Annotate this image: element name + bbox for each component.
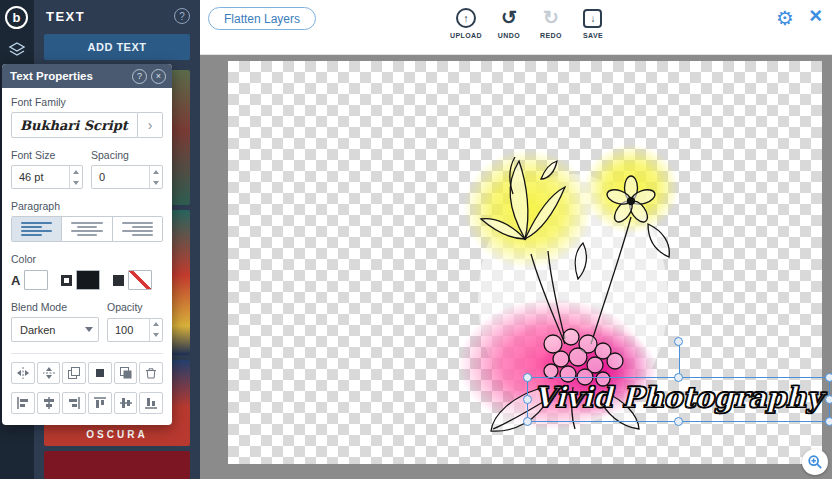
align-objects-bottom-button[interactable] bbox=[139, 392, 163, 414]
font-family-browse-button[interactable]: › bbox=[138, 112, 163, 138]
align-objects-left-icon bbox=[16, 396, 30, 410]
send-backward-icon bbox=[93, 366, 107, 380]
panel-help-icon[interactable]: ? bbox=[132, 69, 147, 84]
blend-mode-value: Darken bbox=[12, 324, 80, 336]
undo-button[interactable]: ↺ UNDO bbox=[494, 7, 524, 39]
color-label: Color bbox=[11, 253, 163, 265]
background-color-swatch[interactable] bbox=[128, 270, 152, 290]
chevron-right-icon: › bbox=[148, 117, 153, 133]
align-objects-center-h-icon bbox=[42, 396, 56, 410]
opacity-label: Opacity bbox=[107, 301, 163, 313]
app-window: Vivid Photography Flatten Layers ↑ UPLOA… bbox=[0, 0, 832, 479]
layers-tool-button[interactable] bbox=[7, 40, 27, 60]
step-up-icon[interactable] bbox=[70, 166, 82, 177]
background-color-icon bbox=[113, 275, 124, 286]
trash-icon bbox=[144, 366, 158, 380]
add-text-button[interactable]: ADD TEXT bbox=[44, 34, 190, 60]
spacing-label: Spacing bbox=[91, 149, 163, 161]
outline-color-icon bbox=[61, 275, 72, 286]
step-down-icon[interactable] bbox=[150, 177, 162, 188]
step-up-icon[interactable] bbox=[150, 166, 162, 177]
align-center-icon bbox=[71, 222, 102, 224]
text-color-control[interactable]: A bbox=[11, 270, 48, 290]
opacity-stepper[interactable] bbox=[149, 319, 162, 341]
duplicate-icon bbox=[119, 366, 133, 380]
save-icon: ↓ bbox=[583, 9, 602, 28]
save-button[interactable]: ↓ SAVE bbox=[578, 7, 608, 39]
settings-gear-icon[interactable]: ⚙ bbox=[776, 6, 794, 30]
paragraph-alignment-group bbox=[11, 216, 163, 242]
undo-icon: ↺ bbox=[501, 8, 517, 28]
step-down-icon[interactable] bbox=[150, 330, 162, 341]
align-objects-right-icon bbox=[67, 396, 81, 410]
selection-handle[interactable] bbox=[825, 417, 832, 426]
upload-button[interactable]: ↑ UPLOAD bbox=[450, 7, 482, 39]
align-objects-middle-button[interactable] bbox=[114, 392, 138, 414]
flip-horizontal-button[interactable] bbox=[11, 362, 35, 384]
font-size-stepper[interactable] bbox=[69, 166, 82, 188]
selection-handle[interactable] bbox=[825, 373, 832, 382]
align-objects-center-h-button[interactable] bbox=[37, 392, 61, 414]
bring-forward-icon bbox=[67, 366, 81, 380]
canvas[interactable]: Vivid Photography bbox=[228, 61, 822, 464]
align-objects-left-button[interactable] bbox=[11, 392, 35, 414]
upload-icon: ↑ bbox=[456, 8, 476, 28]
spacing-input[interactable]: 0 bbox=[91, 165, 163, 189]
align-objects-bottom-icon bbox=[144, 396, 158, 410]
undo-label: UNDO bbox=[498, 32, 520, 39]
chevron-down-icon bbox=[80, 323, 98, 336]
close-editor-icon[interactable]: × bbox=[809, 3, 822, 29]
duplicate-button[interactable] bbox=[114, 362, 138, 384]
text-template-thumbnail[interactable] bbox=[44, 451, 190, 479]
outline-color-swatch[interactable] bbox=[76, 270, 100, 290]
background-color-control[interactable] bbox=[113, 270, 152, 290]
outline-color-control[interactable] bbox=[61, 270, 100, 290]
sidebar-help-icon[interactable]: ? bbox=[174, 8, 190, 24]
font-size-label: Font Size bbox=[11, 149, 83, 161]
panel-header[interactable]: Text Properties ? × bbox=[2, 64, 172, 88]
align-objects-top-icon bbox=[93, 396, 107, 410]
redo-button[interactable]: ↻ REDO bbox=[536, 7, 566, 39]
align-objects-middle-icon bbox=[119, 396, 133, 410]
app-logo[interactable]: b bbox=[5, 6, 28, 29]
sidebar-title: TEXT bbox=[46, 9, 85, 24]
bring-forward-button[interactable] bbox=[62, 362, 86, 384]
spacing-stepper[interactable] bbox=[149, 166, 162, 188]
text-color-swatch[interactable] bbox=[24, 270, 48, 290]
align-objects-right-button[interactable] bbox=[62, 392, 86, 414]
align-objects-top-button[interactable] bbox=[88, 392, 112, 414]
align-left-button[interactable] bbox=[12, 217, 61, 241]
panel-title: Text Properties bbox=[10, 70, 128, 82]
selection-handle[interactable] bbox=[825, 395, 832, 404]
upload-label: UPLOAD bbox=[450, 32, 482, 39]
font-family-input[interactable]: Bukhari Script bbox=[11, 112, 138, 138]
send-backward-button[interactable] bbox=[88, 362, 112, 384]
blend-mode-select[interactable]: Darken bbox=[11, 317, 99, 342]
flatten-layers-button[interactable]: Flatten Layers bbox=[208, 7, 316, 30]
spacing-value: 0 bbox=[92, 166, 149, 188]
selection-handle[interactable] bbox=[523, 395, 532, 404]
panel-close-icon[interactable]: × bbox=[151, 69, 166, 84]
flip-vertical-button[interactable] bbox=[37, 362, 61, 384]
font-size-input[interactable]: 46 pt bbox=[11, 165, 83, 189]
flip-horizontal-icon bbox=[16, 366, 30, 380]
align-right-icon bbox=[122, 222, 153, 224]
align-center-button[interactable] bbox=[61, 217, 111, 241]
redo-label: REDO bbox=[540, 32, 562, 39]
selection-handle[interactable] bbox=[523, 373, 532, 382]
text-properties-panel: Text Properties ? × Font Family Bukhari … bbox=[2, 64, 172, 425]
canvas-text-layer[interactable]: Vivid Photography bbox=[534, 381, 822, 414]
step-up-icon[interactable] bbox=[150, 319, 162, 330]
rotate-handle[interactable] bbox=[674, 337, 683, 346]
text-layer-selection[interactable]: Vivid Photography bbox=[527, 377, 830, 422]
paragraph-label: Paragraph bbox=[11, 200, 163, 212]
step-down-icon[interactable] bbox=[70, 177, 82, 188]
selection-handle[interactable] bbox=[523, 417, 532, 426]
save-label: SAVE bbox=[583, 32, 603, 39]
zoom-button[interactable] bbox=[802, 449, 828, 475]
delete-button[interactable] bbox=[139, 362, 163, 384]
selection-handle[interactable] bbox=[674, 417, 683, 426]
opacity-input[interactable]: 100 bbox=[107, 318, 163, 342]
font-size-value: 46 pt bbox=[12, 166, 69, 188]
align-right-button[interactable] bbox=[112, 217, 162, 241]
